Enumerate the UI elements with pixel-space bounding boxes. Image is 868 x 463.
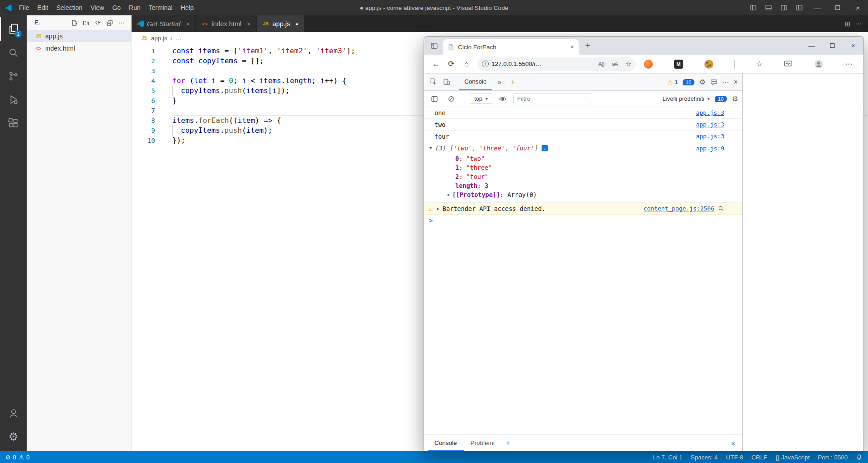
source-link[interactable]: app.js:3: [690, 133, 724, 140]
translate-icon[interactable]: aA: [609, 59, 620, 70]
messages-count-badge[interactable]: 10: [715, 96, 727, 102]
menu-terminal[interactable]: Terminal: [145, 0, 177, 15]
cookie-extension-icon[interactable]: [704, 60, 713, 69]
new-folder-button[interactable]: [81, 18, 91, 28]
webpage-viewport[interactable]: [743, 74, 863, 451]
browser-essentials-icon[interactable]: [784, 60, 793, 68]
source-link[interactable]: app.js:3: [690, 109, 724, 116]
browser-settings-more-icon[interactable]: ⋯: [845, 59, 853, 69]
devtools-close-icon[interactable]: ×: [734, 78, 738, 86]
magnifier-icon[interactable]: [718, 206, 724, 212]
site-info-icon[interactable]: i: [482, 61, 489, 67]
home-icon[interactable]: ⌂: [459, 57, 474, 71]
close-tab-icon[interactable]: ×: [186, 20, 190, 28]
sidebar-item-run-debug[interactable]: [0, 88, 27, 111]
toggle-panel-button[interactable]: [761, 0, 776, 15]
menu-selection[interactable]: Selection: [52, 0, 87, 15]
log-levels-selector[interactable]: Livelli predefiniti ▾: [662, 95, 710, 102]
notifications-bell-icon[interactable]: [856, 454, 863, 461]
menu-file[interactable]: File: [15, 0, 33, 15]
console-sidebar-icon[interactable]: [428, 93, 441, 105]
console-output[interactable]: oneapp.js:3twoapp.js:3fourapp.js:3▼(3) […: [424, 107, 742, 435]
close-tab-icon[interactable]: ×: [247, 20, 251, 28]
new-tab-button[interactable]: +: [581, 39, 594, 52]
customize-layout-button[interactable]: [792, 0, 807, 15]
menu-run[interactable]: Run: [125, 0, 145, 15]
problems-indicator[interactable]: ⊘ 0 ⚠ 0: [5, 454, 29, 461]
collapse-folders-button[interactable]: [104, 18, 115, 28]
status-item[interactable]: {} JavaScript: [775, 454, 810, 461]
collapse-icon[interactable]: ▼: [429, 146, 432, 150]
close-button[interactable]: ×: [848, 0, 868, 15]
console-messages-badge[interactable]: 10: [683, 79, 695, 85]
context-selector[interactable]: top ▾: [470, 94, 492, 104]
url-text[interactable]: 127.0.0.1:5500/i…: [491, 61, 593, 67]
browser-maximize-button[interactable]: [822, 37, 843, 55]
minimize-button[interactable]: —: [807, 0, 827, 15]
close-tab-icon[interactable]: ×: [571, 43, 574, 51]
menu-view[interactable]: View: [86, 0, 108, 15]
extension-icon[interactable]: [644, 60, 653, 69]
drawer-add-tab-icon[interactable]: +: [501, 435, 515, 451]
toggle-sidebar-button[interactable]: [745, 0, 761, 15]
breadcrumb-symbol[interactable]: …: [176, 35, 182, 42]
status-item[interactable]: UTF-8: [726, 454, 743, 461]
extension-m-icon[interactable]: M: [674, 60, 683, 69]
vertical-tabs-icon[interactable]: [428, 39, 440, 52]
expand-icon[interactable]: ▶: [437, 206, 439, 211]
split-editor-icon[interactable]: ⊞: [844, 20, 850, 28]
device-toolbar-icon[interactable]: [440, 76, 453, 89]
file-index.html[interactable]: <>index.html: [27, 42, 131, 54]
source-link[interactable]: content_page.js:2506: [638, 205, 724, 212]
more-actions-icon[interactable]: ⋯: [116, 18, 127, 28]
console-prompt[interactable]: >: [424, 215, 742, 226]
source-link[interactable]: app.js:9: [690, 145, 724, 152]
menu-edit[interactable]: Edit: [33, 0, 52, 15]
editor-tab-app.js[interactable]: JSapp.js●: [257, 15, 304, 32]
add-favorite-star-icon[interactable]: ☆: [623, 59, 634, 70]
favorites-icon[interactable]: ☆: [756, 59, 763, 69]
more-panels-icon[interactable]: »: [493, 76, 506, 89]
clear-console-icon[interactable]: [445, 93, 458, 105]
devtools-more-icon[interactable]: ⋯: [722, 78, 729, 86]
status-item[interactable]: Spaces: 4: [691, 454, 718, 461]
new-file-button[interactable]: [69, 18, 80, 28]
address-bar[interactable]: i 127.0.0.1:5500/i… A)) aA ☆: [477, 57, 636, 71]
source-link[interactable]: app.js:3: [690, 121, 724, 128]
sidebar-item-search[interactable]: [0, 41, 27, 64]
toggle-secondary-sidebar-button[interactable]: [776, 0, 792, 15]
editor-more-actions-icon[interactable]: ⋯: [855, 20, 862, 28]
devtools-tab-console[interactable]: Console: [459, 74, 492, 90]
editor-tab-get-started[interactable]: Get Started×: [132, 15, 196, 32]
sidebar-item-extensions[interactable]: [0, 111, 27, 135]
inspect-element-icon[interactable]: [427, 76, 439, 89]
issues-counter[interactable]: ⚠1: [667, 79, 678, 86]
refresh-icon[interactable]: ⟳: [444, 57, 458, 71]
console-settings-gear-icon[interactable]: ⚙: [732, 94, 738, 103]
browser-close-button[interactable]: ×: [843, 37, 863, 55]
read-aloud-icon[interactable]: A)): [596, 59, 607, 70]
file-app.js[interactable]: JSapp.js: [27, 30, 131, 42]
drawer-tab-problemi[interactable]: Problemi: [464, 435, 501, 451]
sidebar-item-explorer[interactable]: 1: [0, 17, 27, 41]
status-item[interactable]: CRLF: [751, 454, 767, 461]
settings-button[interactable]: ⚙: [0, 425, 27, 449]
feedback-icon[interactable]: [710, 79, 717, 86]
status-item[interactable]: Ln 7, Col 1: [653, 454, 682, 461]
maximize-button[interactable]: [827, 0, 848, 15]
drawer-close-icon[interactable]: ×: [731, 435, 739, 451]
account-button[interactable]: [0, 402, 27, 425]
back-icon[interactable]: ←: [429, 57, 443, 71]
status-item[interactable]: Port : 5500: [818, 454, 848, 461]
menu-help[interactable]: Help: [177, 0, 198, 15]
expand-icon[interactable]: ▶: [448, 190, 450, 199]
refresh-explorer-button[interactable]: ⟳: [93, 18, 103, 28]
breadcrumb-file[interactable]: app.js: [151, 35, 167, 42]
devtools-settings-gear-icon[interactable]: ⚙: [699, 78, 705, 86]
console-filter-input[interactable]: [513, 94, 592, 104]
browser-minimize-button[interactable]: —: [801, 37, 822, 55]
add-panel-icon[interactable]: +: [507, 76, 519, 89]
sidebar-item-source-control[interactable]: [0, 64, 27, 88]
drawer-tab-console[interactable]: Console: [428, 435, 464, 451]
menu-go[interactable]: Go: [108, 0, 125, 15]
